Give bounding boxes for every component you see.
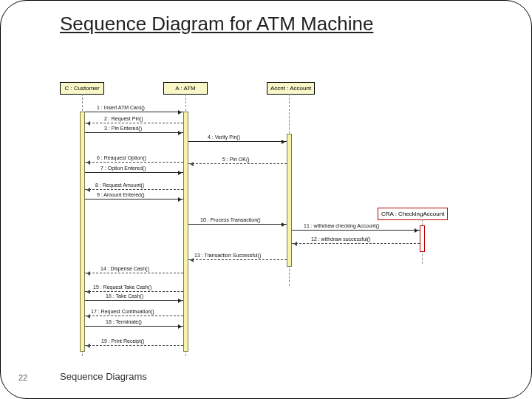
msg-19: 19 : Print Receipt() [101, 338, 144, 344]
activation-checking [420, 225, 425, 252]
arrow-m3 [85, 132, 183, 133]
msg-3: 3 : Pin Entered() [104, 126, 142, 131]
arrow-m19 [85, 345, 183, 346]
page-number: 22 [18, 373, 27, 382]
arrow-m16 [85, 300, 183, 301]
arrow-m7 [85, 172, 183, 173]
msg-11: 11 : withdraw checking Account() [304, 223, 379, 228]
arrow-m10 [188, 224, 287, 225]
arrow-m4 [188, 141, 287, 142]
arrow-m15 [85, 291, 183, 292]
arrow-m1 [85, 112, 183, 112]
actor-checking-account: CRA : CheckingAccount [378, 208, 448, 220]
arrow-m17 [85, 316, 183, 316]
actor-atm: A : ATM [163, 82, 208, 95]
sequence-diagram: C : Customer A : ATM Accnt : Account CRA… [60, 82, 503, 363]
msg-10: 10 : Process Transaction() [200, 217, 261, 222]
msg-8: 8 : Request Amount() [95, 183, 144, 188]
footer-label: Sequence Diagrams [60, 371, 147, 382]
arrow-m8 [85, 189, 183, 190]
msg-18: 18 : Terminate() [106, 319, 142, 324]
arrow-m5 [188, 163, 287, 164]
msg-17: 17 : Request Continuation() [91, 309, 154, 314]
msg-4: 4 : Verify Pin() [208, 134, 240, 140]
arrow-m6 [85, 162, 183, 163]
activation-account [287, 134, 292, 267]
msg-12: 12 : withdraw successful() [311, 236, 371, 242]
msg-16: 16 : Take Cash() [106, 293, 143, 299]
arrow-m18 [85, 326, 183, 327]
actor-account: Accnt : Account [267, 82, 315, 95]
msg-15: 15 : Request Take Cash() [93, 284, 151, 290]
msg-1: 1 : Insert ATM Card() [97, 105, 145, 110]
msg-6: 6 : Reaquest Option() [97, 155, 146, 160]
actor-customer: C : Customer [60, 82, 104, 95]
page-title: Sequence Diagram for ATM Machine [60, 13, 373, 35]
msg-9: 9 : Amount Entered() [97, 192, 145, 197]
arrow-m11 [292, 230, 420, 231]
slide-frame: Sequence Diagram for ATM Machine C : Cus… [0, 0, 532, 399]
arrow-m12 [292, 243, 420, 244]
activation-atm [183, 112, 188, 352]
arrow-m2 [85, 123, 183, 123]
msg-7: 7 : Option Entered() [100, 166, 146, 171]
msg-13: 13 : Transaction Successful() [194, 253, 261, 258]
arrow-m14 [85, 273, 183, 273]
arrow-m13 [188, 259, 287, 260]
msg-2: 2 : Request Pin() [104, 116, 143, 121]
msg-14: 14 : Dispense Cash() [100, 266, 149, 271]
arrow-m9 [85, 199, 183, 200]
msg-5: 5 : Pin OK() [222, 157, 250, 162]
